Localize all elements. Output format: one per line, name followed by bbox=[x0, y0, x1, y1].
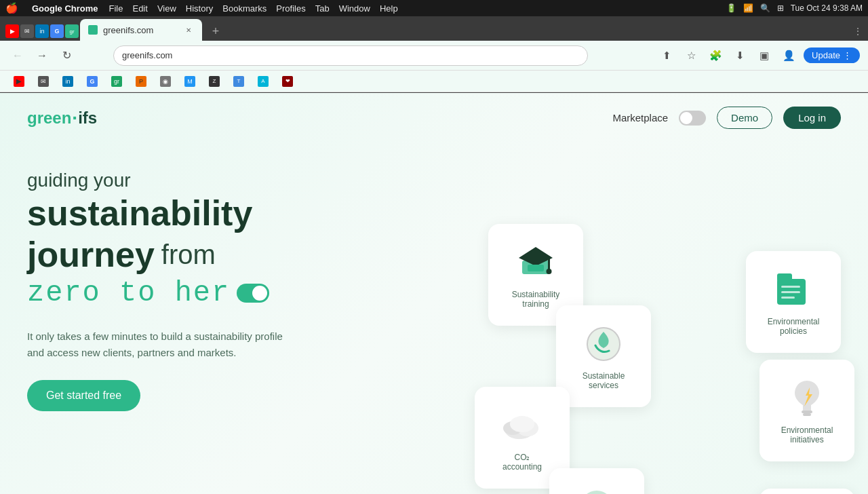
tab-close-button[interactable]: ✕ bbox=[183, 24, 194, 35]
bookmark-icon-5: gr bbox=[111, 76, 122, 87]
bookmark-5[interactable]: gr bbox=[106, 75, 127, 88]
control-center-icon[interactable]: ⊞ bbox=[777, 3, 784, 13]
menu-bar-right: 🔋 📶 🔍 ⊞ Tue Oct 24 9:38 AM bbox=[726, 3, 863, 13]
env-init-label: Environmentalinitiatives bbox=[781, 425, 833, 444]
bookmark-4[interactable]: G bbox=[81, 75, 103, 88]
hero-title-row: journey from bbox=[27, 235, 353, 274]
hero-zero-to: zero to her bbox=[27, 277, 230, 309]
bookmark-10[interactable]: T bbox=[228, 75, 250, 88]
bookmark-icon-4: G bbox=[87, 76, 98, 87]
new-tab-button[interactable]: + bbox=[206, 22, 225, 41]
apple-menu[interactable]: 🍎 bbox=[5, 2, 18, 14]
bookmark-icon-2: ✉ bbox=[38, 76, 49, 87]
menu-help[interactable]: Help bbox=[380, 3, 398, 14]
update-button[interactable]: Update ⋮ bbox=[804, 48, 860, 63]
login-button[interactable]: Log in bbox=[783, 107, 841, 129]
marketplace-toggle[interactable] bbox=[679, 111, 706, 126]
search-icon[interactable]: 🔍 bbox=[760, 3, 770, 13]
web-traffic-icon bbox=[575, 485, 618, 494]
env-init-icon bbox=[785, 377, 829, 420]
extensions-icon[interactable]: 🧩 bbox=[706, 46, 725, 65]
nav-right: Marketplace Demo Log in bbox=[612, 107, 841, 129]
env-policies-label: Environmentalpolicies bbox=[768, 317, 820, 336]
hero-section: guiding your sustainability journey from… bbox=[0, 142, 868, 425]
hero-tagline-row: zero to her bbox=[27, 277, 353, 309]
favicon-g[interactable]: G bbox=[50, 24, 64, 38]
menu-items: File Edit View History Bookmarks Profile… bbox=[109, 3, 398, 14]
menu-edit[interactable]: Edit bbox=[132, 3, 147, 14]
demo-button[interactable]: Demo bbox=[717, 107, 772, 129]
svg-rect-9 bbox=[781, 297, 795, 299]
menu-window[interactable]: Window bbox=[339, 3, 370, 14]
co2-label: CO₂accounting bbox=[502, 453, 542, 472]
get-started-button[interactable]: Get started free bbox=[27, 380, 140, 411]
hero-toggle[interactable] bbox=[237, 284, 269, 303]
svg-rect-15 bbox=[802, 411, 812, 413]
card-sustainable-services[interactable]: Sustainableservices bbox=[556, 305, 651, 407]
bookmark-2[interactable]: ✉ bbox=[33, 75, 54, 88]
svg-rect-6 bbox=[777, 273, 792, 282]
bookmark-6[interactable]: P bbox=[130, 75, 152, 88]
tab-title: greenifs.com bbox=[103, 25, 153, 35]
menu-bookmarks[interactable]: Bookmarks bbox=[222, 3, 267, 14]
card-sustainability-goals[interactable]: Sustainabilitygoals bbox=[760, 489, 854, 494]
logo-ifs-text: ifs bbox=[78, 109, 97, 128]
bookmark-icon-12: ❤ bbox=[282, 76, 293, 87]
bookmark-8[interactable]: M bbox=[179, 75, 201, 88]
address-bar[interactable]: greenifs.com bbox=[113, 45, 588, 66]
update-label: Update bbox=[812, 50, 840, 60]
favicon-gr[interactable]: gr bbox=[65, 24, 79, 38]
hero-subtitle: guiding your bbox=[27, 170, 353, 191]
logo-dot-icon: · bbox=[72, 107, 77, 129]
share-icon[interactable]: ⬆ bbox=[657, 46, 676, 65]
bookmarks-bar: ▶ ✉ in G gr P ◉ M Z T A bbox=[0, 71, 868, 92]
clock: Tue Oct 24 9:38 AM bbox=[791, 3, 863, 13]
sidebar-icon[interactable]: ▣ bbox=[755, 46, 774, 65]
svg-rect-2 bbox=[548, 258, 550, 270]
menu-history[interactable]: History bbox=[186, 3, 213, 14]
app-name: Google Chrome bbox=[32, 3, 98, 14]
bookmark-icon-7: ◉ bbox=[160, 76, 171, 87]
bookmark-11[interactable]: A bbox=[252, 75, 274, 88]
svg-rect-8 bbox=[781, 291, 800, 293]
download-icon[interactable]: ⬇ bbox=[730, 46, 749, 65]
macos-menu-bar: 🍎 Google Chrome File Edit View History B… bbox=[0, 0, 868, 16]
bookmark-9[interactable]: Z bbox=[203, 75, 225, 88]
card-environmental-policies[interactable]: Environmentalpolicies bbox=[746, 251, 841, 353]
profile-icon[interactable]: 👤 bbox=[779, 46, 798, 65]
tab-strip-end: ⋮ bbox=[853, 26, 863, 41]
card-web-traffic[interactable]: Sustainable webtraffic bbox=[549, 468, 644, 494]
cards-area: Sustainabilitytraining Environmentalpoli… bbox=[448, 224, 868, 494]
active-tab[interactable]: greenifs.com ✕ bbox=[80, 19, 202, 41]
favicon-youtube[interactable]: ▶ bbox=[5, 24, 19, 38]
marketplace-label: Marketplace bbox=[612, 112, 668, 124]
forward-button[interactable]: → bbox=[33, 46, 52, 65]
browser-toolbar: ← → ↻ greenifs.com ⬆ ☆ 🧩 ⬇ ▣ 👤 Update ⋮ bbox=[0, 41, 868, 71]
card-environmental-initiatives[interactable]: Environmentalinitiatives bbox=[760, 360, 854, 461]
bookmark-1[interactable]: ▶ bbox=[8, 75, 30, 88]
svg-rect-16 bbox=[803, 413, 811, 416]
svg-rect-7 bbox=[781, 286, 800, 288]
menu-file[interactable]: File bbox=[109, 3, 123, 14]
favicon-linkedin[interactable]: in bbox=[35, 24, 49, 38]
bookmark-12[interactable]: ❤ bbox=[277, 75, 298, 88]
bookmark-3[interactable]: in bbox=[57, 75, 79, 88]
battery-icon: 🔋 bbox=[726, 3, 736, 13]
menu-profiles[interactable]: Profiles bbox=[276, 3, 305, 14]
favicon-2[interactable]: ✉ bbox=[20, 24, 34, 38]
bookmark-icon[interactable]: ☆ bbox=[682, 46, 701, 65]
reload-button[interactable]: ↻ bbox=[57, 46, 76, 65]
menu-tab[interactable]: Tab bbox=[315, 3, 330, 14]
svg-point-17 bbox=[580, 491, 613, 494]
site-logo[interactable]: green · ifs bbox=[27, 107, 97, 129]
svg-point-3 bbox=[547, 269, 552, 274]
co2-icon bbox=[500, 404, 544, 447]
back-button[interactable]: ← bbox=[8, 46, 27, 65]
browser-chrome: ▶ ✉ in G gr greenifs.com ✕ + ⋮ ← → ↻ gre… bbox=[0, 16, 868, 93]
site-header: green · ifs Marketplace Demo Log in bbox=[0, 93, 868, 142]
hero-from: from bbox=[161, 240, 216, 270]
hero-title-line1: sustainability bbox=[27, 194, 353, 233]
bookmark-icon-6: P bbox=[136, 76, 146, 87]
bookmark-7[interactable]: ◉ bbox=[155, 75, 176, 88]
menu-view[interactable]: View bbox=[157, 3, 176, 14]
